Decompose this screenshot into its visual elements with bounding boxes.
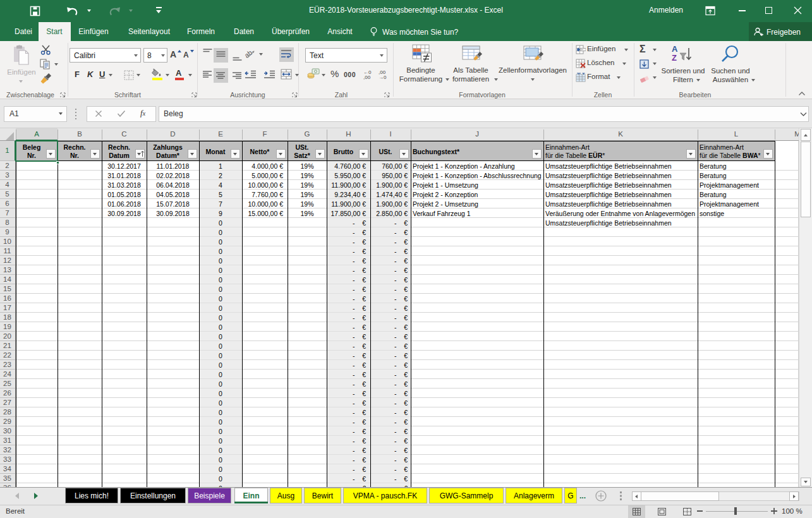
svg-text:A: A (672, 44, 678, 54)
svg-text:,00: ,00 (363, 75, 371, 80)
svg-text:ab: ab (245, 49, 253, 59)
svg-text:Z: Z (672, 53, 677, 63)
